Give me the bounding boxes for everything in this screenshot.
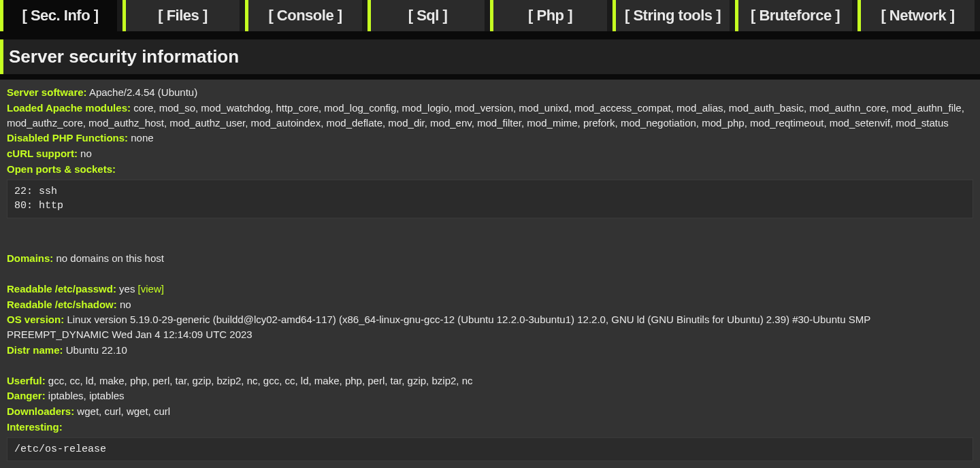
danger-label: Danger: [7, 390, 46, 401]
userful-label: Userful: [7, 375, 46, 386]
danger-value: iptables, iptables [48, 390, 125, 401]
downloaders-label: Downloaders: [7, 405, 74, 417]
interesting-label: Interesting: [7, 421, 63, 433]
open-ports-label: Open ports & sockets: [7, 163, 116, 175]
etc-shadow-value: no [120, 299, 131, 310]
tab-string-tools[interactable]: [ String tools ] [612, 0, 730, 31]
tab-bruteforce[interactable]: [ Bruteforce ] [735, 0, 852, 31]
etc-passwd-view-link[interactable]: [view] [138, 283, 164, 295]
section-title-bar: Server security information [0, 39, 980, 74]
etc-shadow-label: Readable /etc/shadow: [7, 299, 117, 310]
tab-network[interactable]: [ Network ] [858, 0, 975, 31]
tab-sec-info[interactable]: [ Sec. Info ] [0, 0, 117, 31]
os-version-value: Linux version 5.19.0-29-generic (buildd@… [7, 314, 870, 340]
main-tabs: [ Sec. Info ] [ Files ] [ Console ] [ Sq… [0, 0, 980, 31]
domains-label: Domains: [7, 252, 53, 264]
disabled-php-value: none [131, 132, 153, 144]
tab-sql[interactable]: [ Sql ] [368, 0, 485, 31]
curl-support-value: no [80, 148, 92, 159]
open-ports-box: 22: ssh 80: http [7, 180, 973, 219]
curl-support-label: cURL support: [7, 148, 78, 159]
os-version-label: OS version: [7, 314, 64, 325]
tab-files[interactable]: [ Files ] [122, 0, 240, 31]
apache-modules-value: core, mod_so, mod_watchdog, http_core, m… [7, 102, 964, 129]
distr-name-label: Distr name: [7, 344, 63, 356]
etc-passwd-value: yes [119, 283, 138, 295]
tab-php[interactable]: [ Php ] [490, 0, 607, 31]
disabled-php-label: Disabled PHP Functions: [7, 132, 128, 144]
page-title: Server security information [9, 46, 239, 67]
downloaders-value: wget, curl, wget, curl [77, 405, 170, 417]
userful-value: gcc, cc, ld, make, php, perl, tar, gzip,… [48, 375, 473, 386]
server-software-value: Apache/2.4.54 (Ubuntu) [89, 86, 197, 98]
distr-name-value: Ubuntu 22.10 [66, 344, 127, 356]
tab-console[interactable]: [ Console ] [245, 0, 362, 31]
domains-value: no domains on this host [56, 252, 164, 264]
interesting-box: /etc/os-release [7, 437, 973, 462]
server-software-label: Server software: [7, 86, 87, 98]
apache-modules-label: Loaded Apache modules: [7, 102, 131, 114]
etc-passwd-label: Readable /etc/passwd: [7, 283, 116, 295]
content-panel: Server software: Apache/2.4.54 (Ubuntu) … [0, 80, 980, 468]
